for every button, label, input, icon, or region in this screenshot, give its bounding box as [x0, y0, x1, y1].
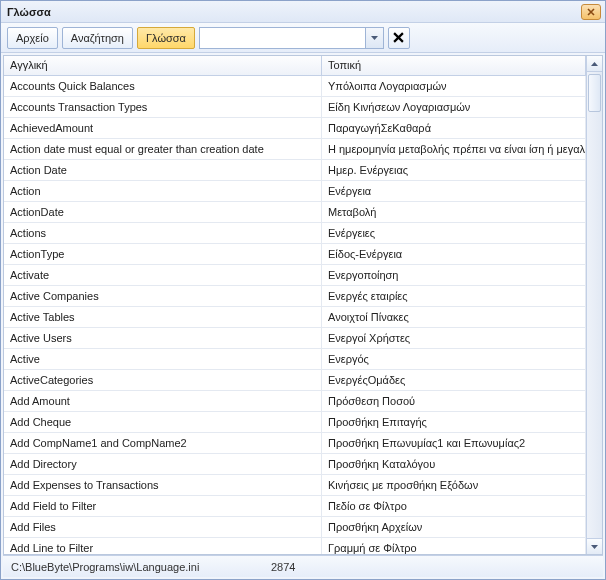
- filter-input[interactable]: [200, 28, 365, 48]
- table-row[interactable]: Action DateΗμερ. Ενέργειας: [4, 160, 586, 181]
- cell-english-text: Add Cheque: [10, 416, 71, 428]
- cell-english[interactable]: Active Tables: [4, 307, 322, 327]
- table-row[interactable]: ActionΕνέργεια: [4, 181, 586, 202]
- table-row[interactable]: Add Field to FilterΠεδίο σε Φίλτρο: [4, 496, 586, 517]
- table-row[interactable]: ActionTypeΕίδος-Ενέργεια: [4, 244, 586, 265]
- cell-english[interactable]: Add Line to Filter: [4, 538, 322, 554]
- cell-english[interactable]: Add CompName1 and CompName2: [4, 433, 322, 453]
- cell-english[interactable]: Add Expenses to Transactions: [4, 475, 322, 495]
- cell-english-text: Active Users: [10, 332, 72, 344]
- scroll-track[interactable]: [587, 72, 602, 538]
- table-row[interactable]: Add FilesΠροσθήκη Αρχείων: [4, 517, 586, 538]
- table-row[interactable]: ActionsΕνέργειες: [4, 223, 586, 244]
- table-row[interactable]: ActiveCategoriesΕνεργέςΟμάδες: [4, 370, 586, 391]
- cell-local-text: Προσθήκη Καταλόγου: [328, 458, 435, 470]
- vertical-scrollbar[interactable]: [586, 56, 602, 554]
- file-button[interactable]: Αρχείο: [7, 27, 58, 49]
- cell-english[interactable]: Accounts Quick Balances: [4, 76, 322, 96]
- scroll-thumb[interactable]: [588, 74, 601, 112]
- cell-english-text: Add Field to Filter: [10, 500, 96, 512]
- cell-local[interactable]: Είδος-Ενέργεια: [322, 244, 586, 264]
- cell-local[interactable]: Ενεργός: [322, 349, 586, 369]
- search-button[interactable]: Αναζήτηση: [62, 27, 133, 49]
- filter-dropdown-button[interactable]: [365, 28, 383, 48]
- table-row[interactable]: Add Line to FilterΓραμμή σε Φίλτρο: [4, 538, 586, 554]
- language-button-label: Γλώσσα: [146, 32, 186, 44]
- table-row[interactable]: Add DirectoryΠροσθήκη Καταλόγου: [4, 454, 586, 475]
- cell-local-text: Ενέργεια: [328, 185, 371, 197]
- table-row[interactable]: Active UsersΕνεργοί Χρήστες: [4, 328, 586, 349]
- cell-english[interactable]: Activate: [4, 265, 322, 285]
- cell-local[interactable]: ΠαραγωγήΣεΚαθαρά: [322, 118, 586, 138]
- table-row[interactable]: Accounts Transaction TypesΕίδη Κινήσεων …: [4, 97, 586, 118]
- column-header-local[interactable]: Τοπική: [322, 56, 586, 75]
- filter-combo[interactable]: [199, 27, 384, 49]
- table-row[interactable]: Active CompaniesΕνεργές εταιρίες: [4, 286, 586, 307]
- cell-english[interactable]: Add Field to Filter: [4, 496, 322, 516]
- cell-english[interactable]: Add Amount: [4, 391, 322, 411]
- grid-body[interactable]: Accounts Quick BalancesΥπόλοιπα Λογαριασ…: [4, 76, 586, 554]
- cell-local[interactable]: Ημερ. Ενέργειας: [322, 160, 586, 180]
- cell-english[interactable]: ActionDate: [4, 202, 322, 222]
- table-row[interactable]: ActionDateΜεταβολή: [4, 202, 586, 223]
- x-icon: [393, 32, 404, 43]
- cell-local[interactable]: ΕνεργέςΟμάδες: [322, 370, 586, 390]
- cell-local[interactable]: Προσθήκη Επιταγής: [322, 412, 586, 432]
- cell-local[interactable]: Ενεργές εταιρίες: [322, 286, 586, 306]
- toolbar: Αρχείο Αναζήτηση Γλώσσα: [1, 23, 605, 53]
- cell-local[interactable]: Είδη Κινήσεων Λογαριασμών: [322, 97, 586, 117]
- cell-local-text: Ενεργοί Χρήστες: [328, 332, 410, 344]
- language-button[interactable]: Γλώσσα: [137, 27, 195, 49]
- cell-english[interactable]: Action date must equal or greater than c…: [4, 139, 322, 159]
- close-button[interactable]: [581, 4, 601, 20]
- cell-english[interactable]: Active Companies: [4, 286, 322, 306]
- cell-local[interactable]: Μεταβολή: [322, 202, 586, 222]
- cell-local[interactable]: Γραμμή σε Φίλτρο: [322, 538, 586, 554]
- cell-english-text: Active Companies: [10, 290, 99, 302]
- status-path: C:\BlueByte\Programs\iw\Language.ini: [11, 561, 271, 573]
- cell-local[interactable]: Προσθήκη Επωνυμίας1 και Επωνυμίας2: [322, 433, 586, 453]
- table-row[interactable]: Add AmountΠρόσθεση Ποσού: [4, 391, 586, 412]
- table-row[interactable]: ActivateΕνεργοποίηση: [4, 265, 586, 286]
- cell-local[interactable]: Ενέργειες: [322, 223, 586, 243]
- cell-english[interactable]: Add Cheque: [4, 412, 322, 432]
- table-row[interactable]: Add ChequeΠροσθήκη Επιταγής: [4, 412, 586, 433]
- table-row[interactable]: ActiveΕνεργός: [4, 349, 586, 370]
- cell-english[interactable]: Active Users: [4, 328, 322, 348]
- cell-local[interactable]: Ενέργεια: [322, 181, 586, 201]
- cell-local[interactable]: Προσθήκη Καταλόγου: [322, 454, 586, 474]
- table-row[interactable]: Action date must equal or greater than c…: [4, 139, 586, 160]
- cell-local[interactable]: Πεδίο σε Φίλτρο: [322, 496, 586, 516]
- cell-english[interactable]: Action Date: [4, 160, 322, 180]
- cell-english[interactable]: Add Directory: [4, 454, 322, 474]
- cell-english[interactable]: Accounts Transaction Types: [4, 97, 322, 117]
- cell-local[interactable]: Προσθήκη Αρχείων: [322, 517, 586, 537]
- cell-local[interactable]: Ενεργοποίηση: [322, 265, 586, 285]
- cell-local[interactable]: Ενεργοί Χρήστες: [322, 328, 586, 348]
- table-row[interactable]: Active TablesΑνοιχτοί Πίνακες: [4, 307, 586, 328]
- cell-local[interactable]: Κινήσεις με προσθήκη Εξόδων: [322, 475, 586, 495]
- table-row[interactable]: Add Expenses to TransactionsΚινήσεις με …: [4, 475, 586, 496]
- table-row[interactable]: AchievedAmountΠαραγωγήΣεΚαθαρά: [4, 118, 586, 139]
- cell-local-text: Ενεργοποίηση: [328, 269, 398, 281]
- cell-english[interactable]: Add Files: [4, 517, 322, 537]
- scroll-down-button[interactable]: [587, 538, 602, 554]
- table-row[interactable]: Accounts Quick BalancesΥπόλοιπα Λογαριασ…: [4, 76, 586, 97]
- cell-english[interactable]: ActiveCategories: [4, 370, 322, 390]
- column-header-english[interactable]: Αγγλική: [4, 56, 322, 75]
- cell-local[interactable]: Ανοιχτοί Πίνακες: [322, 307, 586, 327]
- cell-english-text: Active Tables: [10, 311, 75, 323]
- cell-local[interactable]: Υπόλοιπα Λογαριασμών: [322, 76, 586, 96]
- cell-local[interactable]: Η ημερομηνία μεταβολής πρέπει να είναι ί…: [322, 139, 586, 159]
- cell-english[interactable]: Active: [4, 349, 322, 369]
- translation-grid[interactable]: Αγγλική Τοπική Accounts Quick BalancesΥπ…: [4, 56, 586, 554]
- cell-english[interactable]: Actions: [4, 223, 322, 243]
- cell-local[interactable]: Πρόσθεση Ποσού: [322, 391, 586, 411]
- cell-english[interactable]: ActionType: [4, 244, 322, 264]
- cell-english[interactable]: Action: [4, 181, 322, 201]
- scroll-up-button[interactable]: [587, 56, 602, 72]
- clear-filter-button[interactable]: [388, 27, 410, 49]
- table-row[interactable]: Add CompName1 and CompName2Προσθήκη Επων…: [4, 433, 586, 454]
- cell-english[interactable]: AchievedAmount: [4, 118, 322, 138]
- cell-local-text: Ενεργός: [328, 353, 369, 365]
